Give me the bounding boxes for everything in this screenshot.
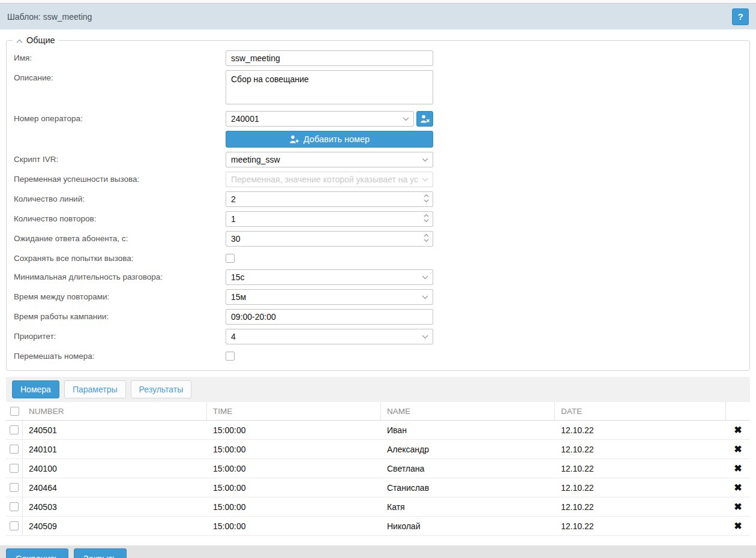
spinner-arrows-icon[interactable] xyxy=(424,214,429,223)
cell-number: 240509 xyxy=(23,521,207,531)
cell-time: 15:00:00 xyxy=(207,425,381,435)
repeat-count-spinner[interactable] xyxy=(226,211,433,227)
field-save-all-attempts: Сохранять все попытки вызова: xyxy=(7,251,749,265)
description-textarea[interactable]: Сбор на совещание xyxy=(226,70,433,104)
ivr-script-select[interactable]: meeting_ssw xyxy=(226,152,433,167)
min-call-duration-label: Минимальная длительность разговора: xyxy=(14,269,226,281)
success-variable-select[interactable]: Переменная, значение которой указывает н… xyxy=(226,172,433,187)
row-checkbox[interactable] xyxy=(10,483,19,492)
ivr-script-label: Скрипт IVR: xyxy=(14,152,226,164)
success-variable-label: Переменная успешности вызова: xyxy=(14,172,226,184)
save-button[interactable]: Сохранить xyxy=(6,548,68,558)
row-checkbox[interactable] xyxy=(10,445,19,454)
cell-name: Иван xyxy=(381,425,555,435)
cell-date: 12.10.22 xyxy=(555,483,726,493)
cell-time: 15:00:00 xyxy=(207,483,381,493)
field-min-call-duration: Минимальная длительность разговора: 15с xyxy=(7,269,749,285)
row-checkbox[interactable] xyxy=(10,464,19,473)
tab-numbers[interactable]: Номера xyxy=(12,380,59,398)
cell-name: Станислав xyxy=(381,483,555,493)
priority-label: Приоритет: xyxy=(14,329,226,341)
field-success-variable: Переменная успешности вызова: Переменная… xyxy=(7,172,749,187)
cell-time: 15:00:00 xyxy=(207,464,381,473)
cell-time: 15:00:00 xyxy=(207,502,381,512)
ivr-script-value: meeting_ssw xyxy=(231,155,280,164)
tab-parameters[interactable]: Параметры xyxy=(64,380,126,398)
campaign-hours-input[interactable] xyxy=(226,309,433,325)
column-header-date[interactable]: DATE xyxy=(555,402,726,420)
cell-name: Катя xyxy=(381,502,555,512)
table-row[interactable]: 240509 15:00:00 Николай 12.10.22 ✖ xyxy=(6,517,750,536)
cell-date: 12.10.22 xyxy=(555,521,726,531)
form-panel: Общие Имя: Описание: Сбор на совещание Н… xyxy=(0,29,756,371)
shuffle-numbers-checkbox[interactable] xyxy=(226,352,235,361)
field-add-number: Добавить номер xyxy=(7,131,749,148)
footer-bar: Сохранить Закрыть xyxy=(0,545,756,558)
shuffle-numbers-label: Перемешать номера: xyxy=(14,349,226,361)
cell-number: 240501 xyxy=(23,425,207,435)
operator-number-select[interactable]: 240001 xyxy=(226,111,414,127)
table-row[interactable]: 240503 15:00:00 Катя 12.10.22 ✖ xyxy=(6,497,750,517)
user-x-icon xyxy=(420,115,430,123)
column-header-time[interactable]: TIME xyxy=(207,402,381,420)
help-button[interactable]: ? xyxy=(732,8,749,25)
row-checkbox[interactable] xyxy=(10,502,19,511)
row-checkbox[interactable] xyxy=(10,425,19,434)
table-row[interactable]: 240101 15:00:00 Александр 12.10.22 ✖ xyxy=(6,440,750,459)
lines-count-spinner[interactable] xyxy=(226,191,433,207)
cell-number: 240464 xyxy=(23,483,207,493)
field-shuffle-numbers: Перемешать номера: xyxy=(7,349,749,363)
field-answer-wait: Ожидание ответа абонента, с: xyxy=(7,231,749,247)
table-row[interactable]: 240501 15:00:00 Иван 12.10.22 ✖ xyxy=(6,421,750,440)
cell-date: 12.10.22 xyxy=(555,502,726,512)
min-call-duration-select[interactable]: 15с xyxy=(226,269,433,285)
tab-results[interactable]: Результаты xyxy=(131,380,192,398)
name-label: Имя: xyxy=(14,50,226,62)
save-all-attempts-checkbox[interactable] xyxy=(226,254,235,263)
add-number-button[interactable]: Добавить номер xyxy=(226,131,433,148)
priority-value: 4 xyxy=(231,332,236,341)
table-header-row: NUMBER TIME NAME DATE xyxy=(6,402,750,421)
field-ivr-script: Скрипт IVR: meeting_ssw xyxy=(7,152,749,167)
description-label: Описание: xyxy=(14,70,226,82)
field-repeat-interval: Время между повторами: 15м xyxy=(7,289,749,305)
numbers-table: NUMBER TIME NAME DATE 240501 15:00:00 Ив… xyxy=(6,402,750,536)
row-checkbox[interactable] xyxy=(10,521,19,530)
repeat-interval-select[interactable]: 15м xyxy=(226,289,433,305)
table-row[interactable]: 240464 15:00:00 Станислав 12.10.22 ✖ xyxy=(6,478,750,497)
close-button[interactable]: Закрыть xyxy=(74,548,127,558)
table-row[interactable]: 240100 15:00:00 Светлана 12.10.22 ✖ xyxy=(6,459,750,478)
delete-row-icon[interactable]: ✖ xyxy=(734,425,742,435)
delete-row-icon[interactable]: ✖ xyxy=(734,502,742,512)
general-legend[interactable]: Общие xyxy=(13,35,59,45)
remove-operator-number-button[interactable] xyxy=(416,111,433,127)
select-all-checkbox[interactable] xyxy=(10,407,19,416)
delete-row-icon[interactable]: ✖ xyxy=(734,464,742,473)
cell-number: 240101 xyxy=(23,445,207,454)
field-operator-number: Номер оператора: 240001 xyxy=(7,111,749,127)
campaign-hours-label: Время работы кампании: xyxy=(14,309,226,321)
chevron-down-icon xyxy=(422,178,428,182)
user-plus-icon xyxy=(289,135,299,143)
save-all-attempts-label: Сохранять все попытки вызова: xyxy=(14,251,226,263)
operator-number-value: 240001 xyxy=(231,114,259,124)
cell-time: 15:00:00 xyxy=(207,445,381,454)
name-input[interactable] xyxy=(226,50,433,66)
success-variable-placeholder: Переменная, значение которой указывает н… xyxy=(231,175,418,184)
cell-name: Светлана xyxy=(381,464,555,473)
answer-wait-spinner[interactable] xyxy=(226,231,433,247)
spinner-arrows-icon[interactable] xyxy=(424,194,429,203)
lines-count-label: Количество линий: xyxy=(14,191,226,203)
priority-select[interactable]: 4 xyxy=(226,329,433,344)
spinner-arrows-icon[interactable] xyxy=(424,233,429,242)
delete-row-icon[interactable]: ✖ xyxy=(734,521,742,531)
delete-row-icon[interactable]: ✖ xyxy=(734,445,742,454)
field-priority: Приоритет: 4 xyxy=(7,329,749,344)
column-header-number[interactable]: NUMBER xyxy=(23,402,207,420)
repeat-interval-label: Время между повторами: xyxy=(14,289,226,301)
general-fieldset: Общие Имя: Описание: Сбор на совещание Н… xyxy=(6,35,750,371)
column-header-name[interactable]: NAME xyxy=(381,402,555,420)
chevron-down-icon xyxy=(403,117,409,121)
delete-row-icon[interactable]: ✖ xyxy=(734,483,742,493)
repeat-count-label: Количество повторов: xyxy=(14,211,226,223)
